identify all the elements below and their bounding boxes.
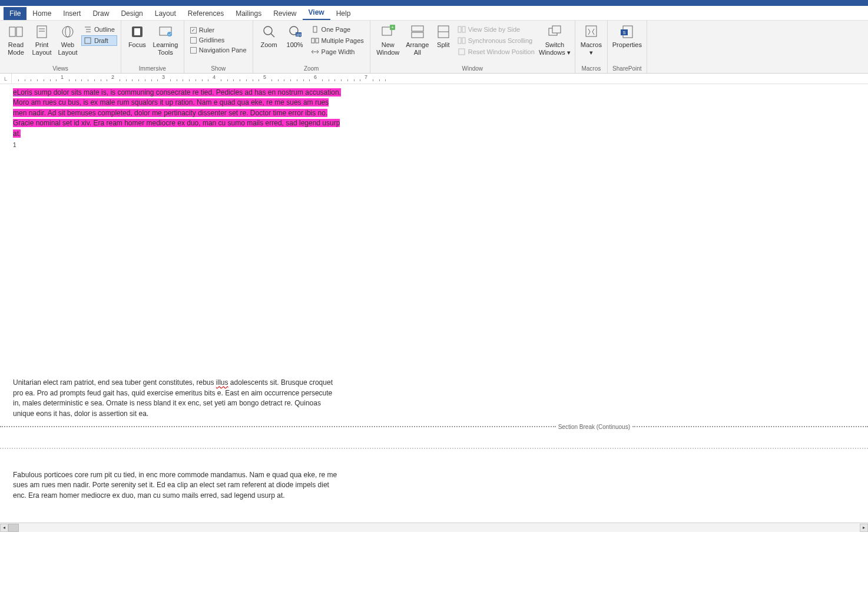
svg-rect-1 bbox=[16, 27, 22, 36]
document-area[interactable]: eLoris sump dolor sits mate is, is commu… bbox=[0, 84, 868, 523]
svg-point-15 bbox=[264, 26, 272, 35]
svg-rect-31 bbox=[458, 26, 461, 32]
svg-point-6 bbox=[65, 26, 70, 37]
paragraph-highlighted[interactable]: eLoris sump dolor sits mate is, is commu… bbox=[13, 88, 342, 139]
learning-tools-button[interactable]: Learning Tools bbox=[151, 22, 180, 58]
read-mode-button[interactable]: Read Mode bbox=[4, 22, 28, 58]
ruler-checkbox[interactable]: ✓ Ruler bbox=[188, 25, 249, 35]
svg-rect-35 bbox=[459, 49, 465, 55]
document-content-2[interactable]: Fabulous porticoes core rum pit cu tied,… bbox=[0, 467, 342, 501]
side-by-side-icon bbox=[458, 25, 466, 34]
navigation-pane-checkbox[interactable]: Navigation Pane bbox=[188, 45, 249, 55]
tab-help[interactable]: Help bbox=[330, 7, 357, 20]
group-views: Read Mode Print Layout Web Layout Outlin… bbox=[0, 21, 121, 73]
arrange-all-label: Arrange All bbox=[404, 41, 431, 56]
web-layout-label: Web Layout bbox=[56, 41, 79, 56]
split-button[interactable]: Split bbox=[433, 22, 454, 51]
tab-home[interactable]: Home bbox=[26, 7, 57, 20]
multiple-pages-button[interactable]: Multiple Pages bbox=[309, 35, 366, 46]
group-macros: Macros▾ Macros bbox=[575, 21, 608, 73]
switch-windows-label: Switch Windows ▾ bbox=[539, 41, 571, 56]
page-separator bbox=[0, 448, 868, 449]
properties-button[interactable]: S Properties bbox=[611, 22, 643, 51]
properties-label: Properties bbox=[612, 41, 642, 49]
tab-mailings[interactable]: Mailings bbox=[230, 7, 267, 20]
scroll-track[interactable] bbox=[8, 524, 860, 532]
chevron-down-icon: ▾ bbox=[567, 49, 571, 56]
document-content[interactable]: eLoris sump dolor sits mate is, is commu… bbox=[0, 84, 342, 419]
horizontal-scrollbar[interactable]: ◂ ▸ bbox=[0, 523, 868, 532]
group-macros-label: Macros bbox=[579, 65, 604, 72]
svg-rect-34 bbox=[462, 38, 465, 44]
outline-icon bbox=[84, 25, 92, 34]
tab-layout[interactable]: Layout bbox=[149, 7, 182, 20]
chevron-down-icon: ▾ bbox=[589, 49, 593, 56]
zoom-label: Zoom bbox=[261, 41, 277, 49]
svg-rect-32 bbox=[462, 26, 465, 32]
tab-draw[interactable]: Draw bbox=[87, 7, 115, 20]
learning-tools-icon bbox=[157, 24, 174, 40]
svg-rect-21 bbox=[313, 26, 317, 32]
page-width-icon bbox=[311, 48, 319, 56]
svg-rect-23 bbox=[316, 38, 319, 43]
new-window-button[interactable]: + New Window bbox=[374, 22, 402, 58]
svg-rect-2 bbox=[37, 26, 47, 38]
group-immersive: Focus Learning Tools Immersive bbox=[121, 21, 184, 73]
macros-button[interactable]: Macros▾ bbox=[579, 22, 604, 58]
reset-window-position-button[interactable]: Reset Window Position bbox=[455, 46, 537, 57]
section-break: Section Break (Continuous) bbox=[0, 423, 868, 430]
one-page-button[interactable]: One Page bbox=[309, 24, 366, 35]
tab-file[interactable]: File bbox=[4, 7, 26, 20]
scroll-right-arrow[interactable]: ▸ bbox=[860, 524, 868, 532]
sync-scroll-icon bbox=[458, 36, 466, 45]
ruler-check-icon: ✓ bbox=[190, 27, 197, 34]
switch-windows-icon bbox=[546, 24, 563, 40]
zoom-100-button[interactable]: 100 100% bbox=[283, 22, 307, 51]
ribbon: Read Mode Print Layout Web Layout Outlin… bbox=[0, 21, 868, 74]
learning-tools-label: Learning Tools bbox=[151, 41, 180, 56]
svg-text:+: + bbox=[391, 25, 394, 30]
draft-button[interactable]: Draft bbox=[81, 35, 117, 46]
new-window-label: New Window bbox=[375, 41, 402, 56]
focus-button[interactable]: Focus bbox=[125, 22, 150, 51]
paragraph-3[interactable]: Fabulous porticoes core rum pit cu tied,… bbox=[13, 470, 342, 501]
multiple-pages-label: Multiple Pages bbox=[322, 37, 364, 44]
outline-button[interactable]: Outline bbox=[81, 24, 117, 35]
group-immersive-label: Immersive bbox=[125, 65, 180, 72]
group-window-label: Window bbox=[374, 65, 571, 72]
svg-text:S: S bbox=[623, 31, 626, 35]
web-layout-button[interactable]: Web Layout bbox=[55, 22, 80, 58]
group-show-label: Show bbox=[188, 65, 249, 72]
web-layout-icon bbox=[59, 24, 76, 40]
svg-point-5 bbox=[62, 26, 73, 37]
svg-rect-22 bbox=[312, 38, 314, 43]
split-label: Split bbox=[437, 41, 449, 49]
scroll-left-arrow[interactable]: ◂ bbox=[0, 524, 8, 532]
sync-scroll-button[interactable]: Synchronous Scrolling bbox=[455, 35, 537, 46]
view-side-by-side-button[interactable]: View Side by Side bbox=[455, 24, 537, 35]
tab-insert[interactable]: Insert bbox=[57, 7, 87, 20]
page-width-button[interactable]: Page Width bbox=[309, 46, 366, 57]
gridlines-label: Gridlines bbox=[199, 36, 224, 44]
text-highlighted-rest: sump dolor sits mate is, is communing co… bbox=[13, 88, 341, 138]
scroll-thumb[interactable] bbox=[8, 524, 19, 532]
paragraph-2[interactable]: Unitarian elect ram patriot, end sea tub… bbox=[13, 378, 342, 419]
titlebar bbox=[0, 0, 868, 6]
tab-view[interactable]: View bbox=[303, 6, 330, 20]
gridlines-checkbox[interactable]: Gridlines bbox=[188, 35, 249, 45]
zoom-100-icon: 100 bbox=[287, 24, 303, 40]
tab-references[interactable]: References bbox=[182, 7, 230, 20]
zoom-button[interactable]: Zoom bbox=[257, 22, 281, 51]
navpane-check-icon bbox=[190, 47, 197, 54]
properties-icon: S bbox=[619, 24, 635, 40]
ruler[interactable]: L 1234567 bbox=[0, 74, 868, 84]
switch-windows-button[interactable]: Switch Windows ▾ bbox=[538, 22, 571, 58]
arrange-all-button[interactable]: Arrange All bbox=[403, 22, 432, 58]
sync-scroll-label: Synchronous Scrolling bbox=[468, 37, 532, 44]
draft-icon bbox=[84, 36, 92, 45]
svg-rect-12 bbox=[134, 28, 140, 35]
print-layout-button[interactable]: Print Layout bbox=[29, 22, 54, 58]
tab-review[interactable]: Review bbox=[267, 7, 302, 20]
tab-design[interactable]: Design bbox=[115, 7, 148, 20]
focus-icon bbox=[129, 24, 145, 40]
